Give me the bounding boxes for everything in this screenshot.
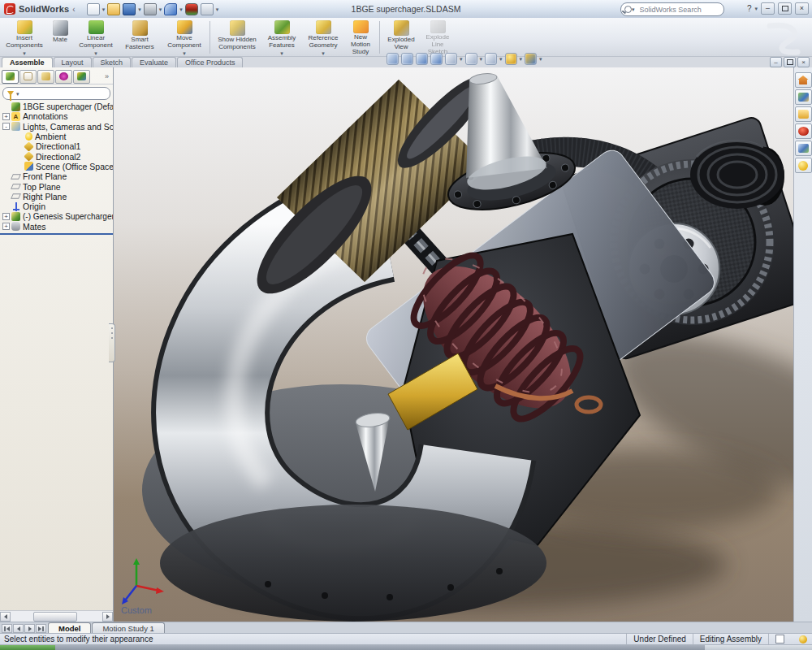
print-dropdown-icon[interactable]: ▾: [159, 6, 162, 12]
exploded-view-button[interactable]: Exploded View: [382, 19, 420, 56]
edit-appearance-icon[interactable]: [505, 53, 517, 65]
smart-fasteners-button[interactable]: Smart Fasteners: [118, 19, 162, 56]
next-tab-button[interactable]: [24, 624, 35, 633]
tree-item-front-plane[interactable]: Front Plane: [0, 171, 113, 181]
search-results-button[interactable]: [795, 124, 812, 139]
panel-splitter-handle[interactable]: [109, 323, 115, 362]
scroll-thumb[interactable]: [33, 612, 77, 622]
edit-appearance-dropdown-icon[interactable]: ▾: [520, 56, 523, 62]
viewport[interactable]: Custom: [114, 67, 793, 622]
apply-scene-icon[interactable]: [525, 53, 537, 65]
display-style-icon[interactable]: [465, 53, 477, 65]
tree-item-lights-cameras-scene[interactable]: - Lights, Cameras and Scene: [0, 122, 113, 132]
mate-button[interactable]: Mate: [46, 19, 74, 56]
dimxpertmanager-tab[interactable]: [55, 70, 72, 84]
tree-pane-splitter[interactable]: [0, 233, 113, 235]
tree-item-right-plane[interactable]: Right Plane: [0, 192, 113, 202]
appearances-button[interactable]: [795, 158, 812, 173]
tab-assemble[interactable]: Assemble: [2, 57, 53, 67]
last-tab-button[interactable]: [36, 624, 46, 633]
restore-button[interactable]: [778, 2, 792, 15]
hide-show-items-icon[interactable]: [485, 53, 497, 65]
doc-minimize-button[interactable]: –: [770, 57, 782, 67]
display-style-dropdown-icon[interactable]: ▾: [480, 56, 483, 62]
tab-model[interactable]: Model: [48, 622, 91, 634]
tab-sketch[interactable]: Sketch: [93, 57, 132, 67]
new-dropdown-icon[interactable]: ▾: [102, 6, 106, 12]
linear-component-dropdown-icon[interactable]: ▾: [94, 50, 97, 56]
help-dropdown-icon[interactable]: ▾: [754, 6, 758, 11]
options-icon[interactable]: [201, 3, 214, 15]
tab-layout[interactable]: Layout: [54, 57, 92, 67]
tree-item-mates[interactable]: + Mates: [0, 222, 113, 232]
menu-collapse-chevron-icon[interactable]: ‹: [72, 5, 75, 14]
linear-component-button[interactable]: Linear Component ▾: [74, 19, 118, 56]
file-explorer-button[interactable]: [795, 106, 812, 122]
configurationmanager-tab[interactable]: [37, 70, 54, 84]
close-button[interactable]: ×: [795, 2, 809, 15]
options-dropdown-icon[interactable]: ▾: [216, 6, 219, 12]
solidworks-resources-button[interactable]: [795, 72, 812, 88]
move-component-dropdown-icon[interactable]: ▾: [183, 50, 186, 56]
expand-toggle[interactable]: +: [2, 223, 10, 230]
show-hidden-components-button[interactable]: Show Hidden Components: [213, 19, 261, 56]
quick-tips-checkbox[interactable]: [775, 635, 784, 644]
new-document-icon[interactable]: [87, 3, 100, 15]
assembly-features-button[interactable]: Assembly Features ▾: [261, 19, 302, 56]
collapse-toggle[interactable]: -: [2, 123, 10, 130]
search-dropdown-icon[interactable]: ▾: [632, 6, 635, 12]
move-component-button[interactable]: Move Component ▾: [162, 19, 207, 56]
tree-item-genesis-supercharger[interactable]: + (-) Genesis Supercharger Final: [0, 211, 113, 221]
tree-item-directional1[interactable]: Directional1: [0, 141, 113, 151]
view-orientation-dropdown-icon[interactable]: ▾: [460, 56, 463, 62]
tree-filter-box[interactable]: ▾: [2, 87, 110, 100]
tree-item-origin[interactable]: Origin: [0, 202, 113, 211]
view-palette-button[interactable]: [795, 141, 812, 156]
expand-toggle[interactable]: +: [2, 213, 10, 220]
displaymanager-tab[interactable]: [73, 70, 90, 84]
design-library-button[interactable]: [795, 89, 812, 105]
rebuild-icon[interactable]: [185, 3, 198, 15]
tree-horizontal-scrollbar[interactable]: [0, 610, 113, 622]
filter-dropdown-icon[interactable]: ▾: [16, 91, 19, 97]
expand-toggle[interactable]: +: [2, 113, 10, 120]
previous-view-icon[interactable]: [416, 53, 428, 65]
undo-icon[interactable]: [164, 3, 177, 15]
tab-evaluate[interactable]: Evaluate: [132, 57, 176, 67]
tree-item-scene[interactable]: Scene (Office Space): [0, 162, 113, 171]
zoom-area-icon[interactable]: [401, 53, 413, 65]
start-button[interactable]: [0, 645, 55, 650]
tree-item-annotations[interactable]: + A Annotations: [0, 111, 113, 121]
save-icon[interactable]: [123, 3, 136, 15]
hide-show-items-dropdown-icon[interactable]: ▾: [499, 56, 503, 62]
minimize-button[interactable]: –: [761, 2, 775, 15]
reference-geometry-dropdown-icon[interactable]: ▾: [322, 50, 325, 56]
tab-office-products[interactable]: Office Products: [177, 57, 243, 67]
undo-dropdown-icon[interactable]: ▾: [179, 6, 183, 12]
new-motion-study-button[interactable]: New Motion Study: [344, 19, 377, 56]
open-icon[interactable]: [107, 3, 120, 15]
help-button[interactable]: ?: [747, 4, 752, 13]
featuremanager-tree-tab[interactable]: [2, 70, 19, 84]
zoom-fit-icon[interactable]: [387, 53, 399, 65]
section-view-icon[interactable]: [430, 53, 443, 65]
view-orientation-icon[interactable]: [445, 53, 457, 65]
doc-close-button[interactable]: ×: [797, 57, 810, 67]
save-dropdown-icon[interactable]: ▾: [138, 6, 141, 12]
reference-geometry-button[interactable]: Reference Geometry ▾: [302, 19, 344, 56]
assembly-features-dropdown-icon[interactable]: ▾: [280, 50, 283, 56]
print-icon[interactable]: [144, 3, 157, 15]
doc-restore-button[interactable]: [784, 57, 796, 67]
insert-components-dropdown-icon[interactable]: ▾: [23, 50, 26, 56]
apply-scene-dropdown-icon[interactable]: ▾: [539, 56, 542, 62]
tree-item-assembly-root[interactable]: 1BGE superchager (Default<Displa: [0, 102, 113, 111]
tree-item-top-plane[interactable]: Top Plane: [0, 181, 113, 191]
scroll-left-button[interactable]: [0, 612, 11, 622]
prev-tab-button[interactable]: [13, 624, 24, 633]
insert-components-button[interactable]: Insert Components ▾: [2, 19, 46, 56]
tree-item-directional2[interactable]: Directional2: [0, 151, 113, 161]
solidworks-search-box[interactable]: ▾: [620, 2, 724, 16]
first-tab-button[interactable]: [2, 624, 12, 633]
tab-overflow-chevron[interactable]: »: [105, 72, 111, 80]
scroll-right-button[interactable]: [102, 612, 113, 622]
